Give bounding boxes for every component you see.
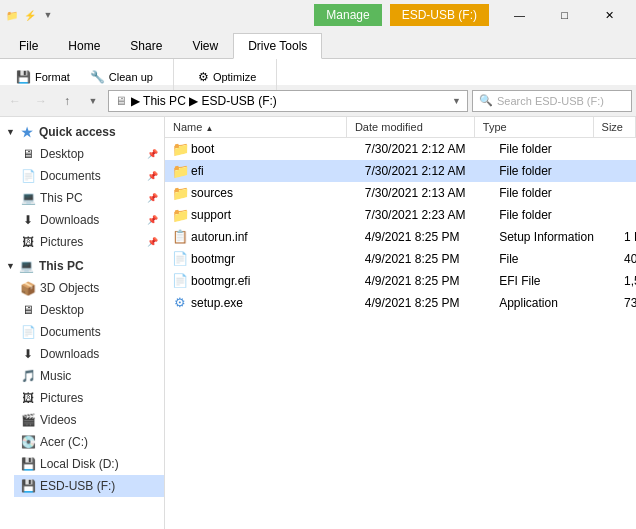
sidebar: ▼ ★ Quick access 🖥 Desktop 📌 📄 Documents…: [0, 117, 165, 529]
sidebar-item-documents-quick[interactable]: 📄 Documents 📌: [14, 165, 164, 187]
file-date: 4/9/2021 8:25 PM: [357, 250, 491, 268]
acer-icon: 💽: [20, 434, 36, 450]
file-date: 7/30/2021 2:12 AM: [357, 162, 491, 180]
file-size: 405 KB: [616, 250, 636, 268]
close-button[interactable]: ✕: [587, 0, 632, 30]
optimize-button[interactable]: ⚙ Optimize: [190, 67, 264, 87]
file-type-icon: 📁: [173, 164, 187, 178]
file-type-icon: 📄: [173, 252, 187, 266]
col-header-size[interactable]: Size: [594, 117, 636, 137]
sidebar-item-videos[interactable]: 🎬 Videos: [14, 409, 164, 431]
sidebar-item-3d-objects[interactable]: 📦 3D Objects: [14, 277, 164, 299]
col-header-date[interactable]: Date modified: [347, 117, 475, 137]
file-rows-container: 📁 boot 7/30/2021 2:12 AM File folder 📁 e…: [165, 138, 636, 314]
sidebar-item-pictures-quick[interactable]: 🖼 Pictures 📌: [14, 231, 164, 253]
file-name: support: [191, 208, 231, 222]
table-row[interactable]: 📁 efi 7/30/2021 2:12 AM File folder: [165, 160, 636, 182]
downloads-icon: ⬇: [20, 346, 36, 362]
manage-button[interactable]: Manage: [314, 4, 381, 26]
sidebar-label: ESD-USB (F:): [40, 479, 115, 493]
col-header-name[interactable]: Name ▲: [165, 117, 347, 137]
videos-icon: 🎬: [20, 412, 36, 428]
sidebar-section-quick-access: ▼ ★ Quick access 🖥 Desktop 📌 📄 Documents…: [0, 121, 164, 253]
up-button[interactable]: ↑: [56, 90, 78, 112]
sidebar-item-acer[interactable]: 💽 Acer (C:): [14, 431, 164, 453]
file-date: 7/30/2021 2:12 AM: [357, 140, 491, 158]
search-box[interactable]: 🔍 Search ESD-USB (F:): [472, 90, 632, 112]
desktop-icon-quick: 🖥: [20, 146, 36, 162]
title-bar-arrow: ▼: [40, 7, 56, 23]
address-path[interactable]: 🖥 ▶ This PC ▶ ESD-USB (F:) ▼: [108, 90, 468, 112]
sidebar-section-this-pc: ▼ 💻 This PC 📦 3D Objects 🖥 Desktop 📄 Doc…: [0, 255, 164, 497]
forward-button[interactable]: →: [30, 90, 52, 112]
sidebar-quick-access-header[interactable]: ▼ ★ Quick access: [0, 121, 164, 143]
tab-view[interactable]: View: [177, 32, 233, 58]
sidebar-item-downloads[interactable]: ⬇ Downloads: [14, 343, 164, 365]
file-name: bootmgr: [191, 252, 235, 266]
address-bar: ← → ↑ ▼ 🖥 ▶ This PC ▶ ESD-USB (F:) ▼ 🔍 S…: [0, 85, 636, 117]
table-row[interactable]: 📄 bootmgr.efi 4/9/2021 8:25 PM EFI File …: [165, 270, 636, 292]
file-type: Application: [491, 294, 616, 312]
table-row[interactable]: 📁 support 7/30/2021 2:23 AM File folder: [165, 204, 636, 226]
table-row[interactable]: ⚙ setup.exe 4/9/2021 8:25 PM Application…: [165, 292, 636, 314]
sidebar-item-desktop[interactable]: 🖥 Desktop: [14, 299, 164, 321]
sidebar-label: Videos: [40, 413, 76, 427]
local-disk-icon: 💾: [20, 456, 36, 472]
sidebar-item-pictures[interactable]: 🖼 Pictures: [14, 387, 164, 409]
file-date: 7/30/2021 2:23 AM: [357, 206, 491, 224]
pin-icon: 📌: [147, 237, 158, 247]
file-size: 1 KB: [616, 228, 636, 246]
file-list-header: Name ▲ Date modified Type Size: [165, 117, 636, 138]
cleanup-icon: 🔧: [90, 70, 105, 84]
maximize-button[interactable]: □: [542, 0, 587, 30]
sidebar-item-downloads-quick[interactable]: ⬇ Downloads 📌: [14, 209, 164, 231]
pin-icon: 📌: [147, 193, 158, 203]
main-layout: ▼ ★ Quick access 🖥 Desktop 📌 📄 Documents…: [0, 117, 636, 529]
minimize-button[interactable]: —: [497, 0, 542, 30]
file-size: 1,506 KB: [616, 272, 636, 290]
table-row[interactable]: 📋 autorun.inf 4/9/2021 8:25 PM Setup Inf…: [165, 226, 636, 248]
format-label: Format: [35, 71, 70, 83]
sidebar-this-pc-header[interactable]: ▼ 💻 This PC: [0, 255, 164, 277]
sidebar-label: Documents: [40, 169, 101, 183]
format-icon: 💾: [16, 70, 31, 84]
sidebar-label: Acer (C:): [40, 435, 88, 449]
title-bar-icons: 📁 ⚡ ▼: [4, 7, 56, 23]
file-type: EFI File: [491, 272, 616, 290]
file-name: efi: [191, 164, 204, 178]
sidebar-item-music[interactable]: 🎵 Music: [14, 365, 164, 387]
file-size: [616, 191, 636, 195]
esd-usb-button[interactable]: ESD-USB (F:): [390, 4, 489, 26]
quick-access-label: Quick access: [39, 125, 116, 139]
table-row[interactable]: 📁 sources 7/30/2021 2:13 AM File folder: [165, 182, 636, 204]
esd-usb-icon: 💾: [20, 478, 36, 494]
sidebar-item-thispc-quick[interactable]: 💻 This PC 📌: [14, 187, 164, 209]
sidebar-item-local-disk[interactable]: 💾 Local Disk (D:): [14, 453, 164, 475]
thispc-icon-quick: 💻: [20, 190, 36, 206]
file-date: 4/9/2021 8:25 PM: [357, 272, 491, 290]
music-icon: 🎵: [20, 368, 36, 384]
col-header-type[interactable]: Type: [475, 117, 594, 137]
file-type: Setup Information: [491, 228, 616, 246]
tab-home[interactable]: Home: [53, 32, 115, 58]
sidebar-label: Pictures: [40, 391, 83, 405]
back-button[interactable]: ←: [4, 90, 26, 112]
sidebar-item-documents[interactable]: 📄 Documents: [14, 321, 164, 343]
file-name: bootmgr.efi: [191, 274, 250, 288]
file-size: [616, 169, 636, 173]
file-type: File: [491, 250, 616, 268]
format-button[interactable]: 💾 Format: [8, 67, 78, 87]
tab-file[interactable]: File: [4, 32, 53, 58]
file-size: 73 KB: [616, 294, 636, 312]
optimize-icon: ⚙: [198, 70, 209, 84]
cleanup-button[interactable]: 🔧 Clean up: [82, 67, 161, 87]
table-row[interactable]: 📄 bootmgr 4/9/2021 8:25 PM File 405 KB: [165, 248, 636, 270]
path-text: ▶ This PC ▶ ESD-USB (F:): [131, 94, 277, 108]
sidebar-label: 3D Objects: [40, 281, 99, 295]
sidebar-item-esd-usb[interactable]: 💾 ESD-USB (F:): [14, 475, 164, 497]
table-row[interactable]: 📁 boot 7/30/2021 2:12 AM File folder: [165, 138, 636, 160]
recent-button[interactable]: ▼: [82, 90, 104, 112]
sidebar-item-desktop-quick[interactable]: 🖥 Desktop 📌: [14, 143, 164, 165]
tab-drive-tools[interactable]: Drive Tools: [233, 33, 322, 59]
tab-share[interactable]: Share: [115, 32, 177, 58]
